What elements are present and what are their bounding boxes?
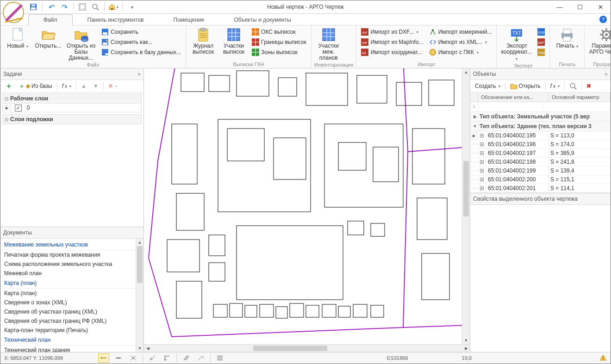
create-object-button[interactable]: Создать ▾ [473,82,502,90]
delete-layer-button[interactable]: ✖ ▾ [106,82,119,90]
filter-col2[interactable] [543,102,611,111]
find-button[interactable] [567,81,579,91]
print-button[interactable]: Печать ▾ [553,26,581,49]
bg-layers-header[interactable]: Слои подложки [2,114,142,124]
object-row[interactable]: ⊞65:01:0404002:199S = 139,4 [470,167,611,175]
filter-icon[interactable]: ♀ [470,102,478,111]
mej-parcels-button[interactable]: Участки меж. планов [314,26,343,61]
undo-icon[interactable]: ↶ [46,2,56,12]
doc-borders-xml[interactable]: Сведения об участках границ (XML) [0,307,143,316]
doc-print-form[interactable]: Печатная форма проекта межевания [0,250,143,259]
tab-file[interactable]: Файл [28,14,73,25]
doc-mej-plan[interactable]: Межевой план [0,269,143,278]
close-button[interactable]: ✕ [590,1,611,13]
doc-map-territory[interactable]: Карта-план территории (Печать) [0,326,143,335]
from-db-button[interactable]: ＋◆ Из базы [17,81,54,91]
snap-grid-icon[interactable] [214,353,225,363]
col-designation[interactable]: Обозначение или ка... [478,93,549,102]
objects-panel-header: Объекты » [470,68,611,80]
layer-visible-checkbox[interactable]: ✓ [15,105,22,111]
layer-row-0[interactable]: ▸ ✓ 0 [2,104,142,112]
home-icon[interactable]: ▾ [108,2,118,12]
doc-zones-xml[interactable]: Сведения о зонах (XML) [0,298,143,307]
svg-text:TAB: TAB [538,51,545,55]
export-tab-button[interactable]: TAB [536,48,547,57]
pin-icon[interactable]: » [605,71,608,77]
tab-tools-panel[interactable]: Панель инструментов [73,15,159,25]
svg-line-69 [609,37,611,39]
filter-col1[interactable] [478,102,543,111]
open-object-button[interactable]: Открыть [508,81,542,91]
save-button[interactable]: Сохранить [100,27,183,37]
open-button[interactable]: Открыть... [34,26,62,49]
object-row[interactable]: ⊞65:01:0404002:198S = 241,8 [470,158,611,167]
import-measure-button[interactable]: Импорт измерений... [427,27,494,37]
object-row[interactable]: ▸⊞65:01:0404002:195S = 113,0 [470,131,611,140]
object-row[interactable]: ⊞65:01:0404002:201S = 114,1 [470,184,611,193]
doc-map-plan[interactable]: Карта (план) [0,289,143,298]
clipboard-icon [196,27,211,42]
snap-tangent-icon[interactable] [195,353,206,363]
snap-midpoint-icon[interactable] [113,353,124,363]
app-icon[interactable] [2,1,25,24]
delete-object-button[interactable]: ✖ [585,82,593,90]
snap-perpendicular-icon[interactable] [162,353,173,363]
tab-objects-docs[interactable]: Объекты и документы [219,15,306,25]
object-row[interactable]: ⊞65:01:0404002:200S = 115,1 [470,175,611,184]
qat-save-icon[interactable] [28,2,38,12]
fx-button[interactable]: fx ▾ [60,82,73,90]
move-up-button[interactable]: ▲ [79,82,88,90]
add-layer-button[interactable]: ＋ [3,80,14,92]
save-as-button[interactable]: Сохранить как... [100,37,183,47]
import-xml-button[interactable]: Импорт из XML...▾ [427,37,494,47]
journal-button[interactable]: Журнал выписок [189,26,218,55]
oks-button[interactable]: ОКС выписок [250,27,308,37]
new-button[interactable]: Новый ▾ [3,26,32,49]
object-group-2[interactable]: ▼Тип объекта: Здание (тех. план версии 3 [470,122,611,131]
export-mif-button[interactable]: MIF [536,37,547,47]
open-db-button[interactable]: Открыть из Базы Данных... [64,26,98,61]
svg-point-50 [430,49,436,56]
help-icon[interactable]: ? [599,16,607,23]
doc-scheme[interactable]: Схема расположения земельного участка [0,259,143,269]
doclist-scrollbar[interactable]: ▲▼ [136,239,143,352]
warning-icon[interactable] [599,354,607,362]
col-param[interactable]: Основной параметр [549,93,611,102]
canvas-vscroll[interactable]: ▲▼ [462,68,470,344]
snap-intersection-icon[interactable] [128,353,139,363]
object-row[interactable]: ⊞65:01:0404002:197S = 385,9 [470,149,611,158]
doc-borders-rf-xml[interactable]: Сведения об участках границ РФ (XML) [0,316,143,326]
snap-endpoint-icon[interactable] [98,353,109,363]
zones-button[interactable]: Зоны выписок [250,48,308,57]
import-mapinfo-button[interactable]: mifИмпорт из MapInfo... [359,37,425,47]
doc-tech-building[interactable]: Технический план здания [0,345,143,352]
maximize-button[interactable]: ☐ [570,1,590,13]
import-coords-button[interactable]: txtИмпорт координат... [359,48,425,57]
zoom-extents-icon[interactable] [77,2,87,12]
object-row[interactable]: ⊞65:01:0404002:196S = 174,0 [470,140,611,149]
redo-icon[interactable]: ↷ [59,2,69,12]
parcels-button[interactable]: Участки выписок [219,26,248,55]
zoom-window-icon[interactable] [90,2,100,12]
pin-icon[interactable]: » [137,71,141,77]
move-down-button[interactable]: ▼ [91,82,100,90]
work-layers-header[interactable]: Рабочие слои [2,93,142,104]
tab-room[interactable]: Помещение [159,15,219,25]
import-dxf-button[interactable]: dxfИмпорт из DXF...▾ [359,27,425,37]
minimize-button[interactable]: — [549,1,570,13]
borders-button[interactable]: Границы выписок [250,37,308,47]
import-pkk-button[interactable]: Импорт с ПКК▾ [427,48,494,57]
settings-button[interactable]: Параметры АРГО Чертеж [587,26,611,55]
object-group-1[interactable]: ▶Тип объекта: Земельный участок (5 вер [470,112,611,122]
snap-parallel-icon[interactable] [181,353,192,363]
export-coords-button[interactable]: TXT Экспорт координат... ▾ [499,26,534,62]
save-db-button[interactable]: Сохранить в базу данных... [100,48,183,57]
fx-button-right[interactable]: fx ▾ [549,82,561,90]
canvas-hscroll[interactable]: ◀▶ [144,344,470,352]
export-dxf-button[interactable]: DXF [536,27,547,37]
drawing-canvas[interactable]: ▲▼ [144,68,470,344]
grid-red-icon [252,38,259,46]
qat-customize-icon[interactable]: ▾ [126,2,137,12]
svg-rect-74 [237,71,269,96]
snap-nearest-icon[interactable] [147,353,158,363]
